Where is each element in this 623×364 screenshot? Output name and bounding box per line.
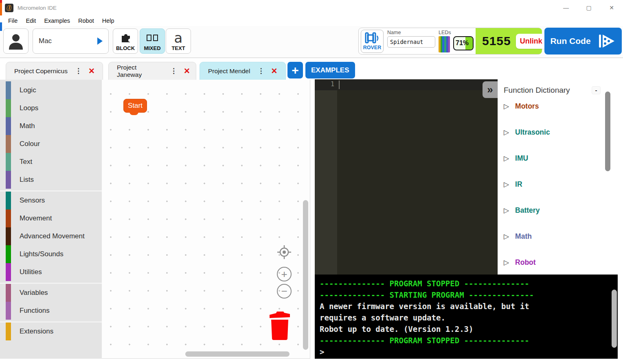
code-editor[interactable]: 1 — [315, 79, 498, 275]
puzzle-icon — [119, 31, 132, 44]
palette-category-variables[interactable]: Variables — [0, 284, 102, 302]
edge-sliver-blue — [0, 22, 2, 31]
dictionary-item-ir[interactable]: ▷IR — [498, 171, 618, 197]
palette-category-utilities[interactable]: Utilities — [0, 263, 102, 281]
rover-type-button[interactable]: ROVER — [361, 30, 384, 53]
expand-triangle-icon[interactable]: ▷ — [504, 258, 509, 267]
rover-icon — [365, 32, 380, 44]
expand-triangle-icon[interactable]: ▷ — [504, 206, 509, 215]
tab-project-copernicus[interactable]: Project Copernicus⋮✕ — [6, 62, 103, 80]
micromelon-ide-window: Micromelon IDE — ▢ ✕ FileEditExamplesRob… — [0, 0, 623, 364]
palette-category-text[interactable]: Text — [0, 153, 102, 171]
dictionary-item-robot[interactable]: ▷Robot — [498, 249, 618, 275]
minimize-button[interactable]: — — [555, 0, 577, 15]
edge-sliver-orange — [0, 3, 2, 15]
menu-item-help[interactable]: Help — [98, 17, 118, 25]
category-label: Text — [20, 158, 32, 166]
toolbar: Mac BLOCKMIXEDaTEXT ROVER Name LEDs — [0, 26, 623, 58]
dictionary-item-battery[interactable]: ▷Battery — [498, 197, 618, 223]
zoom-in-button[interactable]: + — [277, 267, 292, 281]
tab-label: Project Janeway — [117, 64, 163, 78]
close-button[interactable]: ✕ — [600, 0, 623, 15]
center-view-button[interactable] — [277, 245, 292, 259]
canvas-vertical-scrollbar[interactable] — [303, 200, 308, 350]
run-code-button[interactable]: Run Code — [544, 28, 622, 54]
console-scrollbar[interactable] — [612, 290, 617, 348]
palette-category-movement[interactable]: Movement — [0, 209, 102, 227]
category-color-bar — [6, 209, 11, 227]
category-label: Logic — [20, 86, 36, 94]
mode-button-label: TEXT — [171, 45, 185, 51]
app-logo-icon — [5, 4, 13, 12]
maximize-button[interactable]: ▢ — [577, 0, 600, 15]
dictionary-item-label: Math — [515, 232, 532, 241]
project-selector-value: Mac — [39, 37, 97, 45]
dictionary-title: Function Dictionary — [504, 86, 592, 95]
dictionary-item-imu[interactable]: ▷IMU — [498, 145, 618, 171]
palette-category-logic[interactable]: Logic — [0, 81, 102, 99]
robot-console[interactable]: -------------- PROGRAM STOPPED ---------… — [315, 275, 618, 359]
dictionary-item-label: IMU — [515, 154, 528, 163]
add-project-tab-button[interactable]: + — [287, 62, 303, 78]
robot-id-panel: 5155 Unlink — [476, 28, 542, 54]
expand-triangle-icon[interactable]: ▷ — [504, 154, 509, 163]
led-color-strip — [439, 36, 450, 52]
robot-id-value: 5155 — [482, 34, 511, 48]
dictionary-scrollbar[interactable] — [605, 92, 610, 171]
tab-menu-kebab-icon[interactable]: ⋮ — [257, 67, 264, 75]
mode-button-text[interactable]: aTEXT — [166, 28, 191, 54]
category-label: Utilities — [20, 268, 42, 276]
palette-group-2: VariablesFunctions — [0, 284, 102, 323]
palette-category-loops[interactable]: Loops — [0, 99, 102, 117]
menu-item-examples[interactable]: Examples — [40, 17, 74, 25]
palette-category-colour[interactable]: Colour — [0, 135, 102, 153]
project-selector-dropdown[interactable]: Mac — [33, 28, 109, 54]
zoom-out-button[interactable]: − — [277, 284, 292, 299]
mode-button-label: BLOCK — [116, 45, 135, 51]
mode-button-block[interactable]: BLOCK — [113, 28, 138, 54]
start-block[interactable]: Start — [123, 99, 147, 113]
unlink-button[interactable]: Unlink — [516, 34, 546, 49]
canvas-horizontal-scrollbar[interactable] — [185, 351, 290, 357]
menu-item-file[interactable]: File — [4, 17, 22, 25]
palette-category-lists[interactable]: Lists — [0, 171, 102, 189]
category-color-bar — [6, 117, 11, 135]
dictionary-item-motors[interactable]: ▷Motors — [498, 93, 618, 119]
palette-category-math[interactable]: Math — [0, 117, 102, 135]
tab-project-mendel[interactable]: Project Mendel⋮✕ — [200, 62, 286, 80]
category-color-bar — [6, 263, 11, 281]
tab-project-janeway[interactable]: Project Janeway⋮✕ — [108, 62, 196, 80]
robot-name-input[interactable] — [387, 36, 435, 48]
menu-item-edit[interactable]: Edit — [22, 17, 40, 25]
expand-triangle-icon[interactable]: ▷ — [504, 102, 509, 111]
palette-category-extensions[interactable]: Extensions — [0, 323, 102, 340]
block-canvas[interactable]: Start + − — [102, 80, 310, 359]
dictionary-item-ultrasonic[interactable]: ▷Ultrasonic — [498, 119, 618, 145]
tab-close-icon[interactable]: ✕ — [88, 66, 95, 76]
dictionary-item-label: Motors — [515, 102, 539, 111]
mode-button-mixed[interactable]: MIXED — [140, 28, 165, 54]
tab-close-icon[interactable]: ✕ — [271, 66, 277, 76]
menu-item-robot[interactable]: Robot — [74, 17, 98, 25]
palette-category-sensors[interactable]: Sensors — [0, 192, 102, 209]
category-color-bar — [6, 135, 11, 153]
window-controls: — ▢ ✕ — [555, 0, 623, 15]
tab-close-icon[interactable]: ✕ — [184, 66, 190, 76]
tab-menu-kebab-icon[interactable]: ⋮ — [75, 67, 82, 75]
dictionary-collapse-button[interactable]: » — [483, 81, 498, 98]
expand-triangle-icon[interactable]: ▷ — [504, 128, 509, 137]
expand-triangle-icon[interactable]: ▷ — [504, 180, 509, 189]
palette-category-functions[interactable]: Functions — [0, 302, 102, 320]
console-line: A newer firmware version is available, b… — [320, 301, 618, 312]
category-label: Movement — [20, 214, 52, 222]
dictionary-item-math[interactable]: ▷Math — [498, 223, 618, 249]
palette-category-lights-sounds[interactable]: Lights/Sounds — [0, 245, 102, 263]
expand-triangle-icon[interactable]: ▷ — [504, 232, 509, 241]
trash-drop-target[interactable] — [268, 310, 292, 342]
tab-menu-kebab-icon[interactable]: ⋮ — [170, 67, 177, 75]
dictionary-minimize-button[interactable]: - — [592, 86, 601, 94]
examples-button[interactable]: EXAMPLES — [305, 62, 355, 78]
palette-category-advanced-movement[interactable]: Advanced Movement — [0, 227, 102, 245]
category-color-bar — [6, 171, 11, 189]
user-account-button[interactable] — [3, 28, 29, 54]
